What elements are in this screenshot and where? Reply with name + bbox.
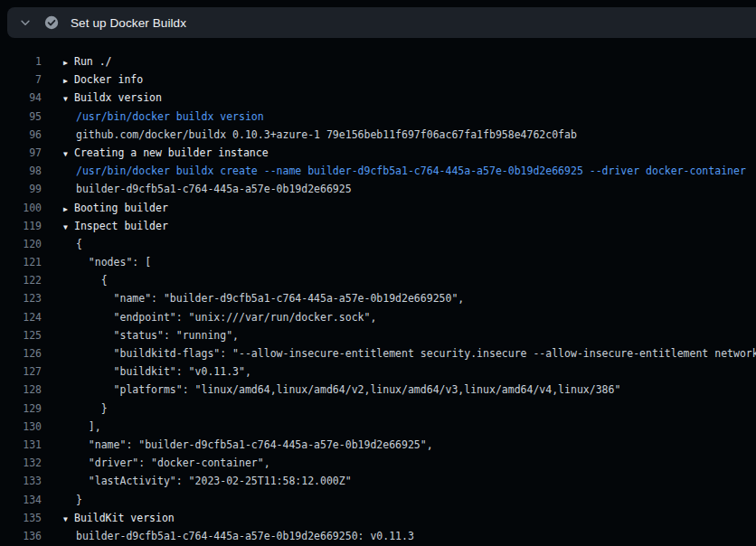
- line-number[interactable]: 100: [0, 199, 42, 217]
- step-title: Set up Docker Buildx: [71, 16, 186, 30]
- chevron-down-icon[interactable]: [19, 16, 32, 29]
- step-header[interactable]: Set up Docker Buildx: [7, 7, 756, 38]
- line-number[interactable]: 134: [0, 491, 42, 509]
- line-number[interactable]: 97: [0, 144, 42, 162]
- log-line: 132 "driver": "docker-container",: [0, 454, 756, 472]
- log-line: 133 "lastActivity": "2023-02-25T11:58:12…: [0, 472, 756, 490]
- group-collapsed-icon[interactable]: ▶: [63, 72, 74, 89]
- line-number[interactable]: 7: [0, 71, 42, 89]
- log-line: 128 "platforms": "linux/amd64,linux/amd6…: [0, 381, 756, 399]
- line-number[interactable]: 98: [0, 162, 42, 180]
- log-line-text: builder-d9cfb5a1-c764-445a-a57e-0b19d2e6…: [76, 180, 352, 198]
- line-number[interactable]: 124: [0, 308, 42, 326]
- log-line: 129 }: [0, 400, 756, 418]
- check-circle-icon: [44, 15, 59, 30]
- line-number[interactable]: 129: [0, 400, 42, 418]
- line-number[interactable]: 127: [0, 362, 42, 381]
- log-line: 122 {: [0, 271, 756, 289]
- log-line-text: {: [76, 271, 108, 289]
- log-line: 96 github.com/docker/buildx 0.10.3+azure…: [0, 126, 756, 144]
- log-line-text: Buildx version: [74, 89, 162, 107]
- log-group-header[interactable]: 1 ▶ Run ./: [0, 52, 756, 71]
- log-group-header[interactable]: 119 ▼ Inspect builder: [0, 217, 756, 235]
- log-line-text: "buildkitd-flags": "--allow-insecure-ent…: [76, 344, 756, 362]
- log-line-text: Inspect builder: [74, 217, 168, 235]
- log-line: 99 builder-d9cfb5a1-c764-445a-a57e-0b19d…: [0, 180, 756, 198]
- line-number[interactable]: 131: [0, 436, 42, 454]
- log-line-text: Docker info: [74, 71, 143, 89]
- group-expanded-icon[interactable]: ▼: [63, 219, 74, 235]
- log-line-text: Run ./: [74, 52, 112, 71]
- log-line: 125 "status": "running",: [0, 326, 756, 344]
- line-number[interactable]: 122: [0, 271, 42, 289]
- group-collapsed-icon[interactable]: ▶: [63, 54, 74, 71]
- log-line-text: "buildkit": "v0.11.3",: [76, 362, 251, 381]
- line-number[interactable]: 128: [0, 381, 42, 399]
- log-line: 130 ],: [0, 418, 756, 436]
- line-number[interactable]: 95: [0, 108, 42, 126]
- log-group-header[interactable]: 135 ▼ BuildKit version: [0, 509, 756, 527]
- line-number[interactable]: 96: [0, 126, 42, 144]
- group-expanded-icon[interactable]: ▼: [63, 511, 74, 527]
- log-line: 120 {: [0, 235, 756, 253]
- actions-log-viewer: Set up Docker Buildx 1 ▶ Run ./ 7 ▶ Dock…: [0, 0, 756, 546]
- line-number[interactable]: 135: [0, 509, 42, 527]
- log-line: 131 "name": "builder-d9cfb5a1-c764-445a-…: [0, 436, 756, 454]
- line-number[interactable]: 120: [0, 235, 42, 253]
- log-line: 126 "buildkitd-flags": "--allow-insecure…: [0, 344, 756, 362]
- line-number[interactable]: 119: [0, 217, 42, 235]
- log-line-text: }: [76, 400, 108, 418]
- log-line-text: ],: [76, 418, 101, 436]
- log-group-header[interactable]: 7 ▶ Docker info: [0, 71, 756, 89]
- group-expanded-icon[interactable]: ▼: [63, 90, 74, 107]
- log-line-text: /usr/bin/docker buildx create --name bui…: [76, 162, 746, 180]
- log-line: 134 }: [0, 491, 756, 509]
- log-line: 95 /usr/bin/docker buildx version: [0, 108, 756, 126]
- line-number[interactable]: 99: [0, 180, 42, 198]
- log-line-text: "endpoint": "unix:///var/run/docker.sock…: [76, 308, 376, 326]
- line-number[interactable]: 125: [0, 326, 42, 344]
- line-number[interactable]: 121: [0, 253, 42, 271]
- group-expanded-icon[interactable]: ▼: [63, 146, 74, 162]
- log-line-text: "lastActivity": "2023-02-25T11:58:12.000…: [76, 472, 352, 490]
- log-line-text: Creating a new builder instance: [74, 144, 269, 162]
- group-collapsed-icon[interactable]: ▶: [63, 201, 74, 217]
- log-line-text: /usr/bin/docker buildx version: [76, 108, 264, 126]
- log-line: 127 "buildkit": "v0.11.3",: [0, 362, 756, 381]
- log-line-text: {: [76, 235, 82, 253]
- log-line-text: builder-d9cfb5a1-c764-445a-a57e-0b19d2e6…: [76, 527, 414, 545]
- log-group-header[interactable]: 94 ▼ Buildx version: [0, 89, 756, 107]
- log-line-text: "driver": "docker-container",: [76, 454, 270, 472]
- log-line-text: }: [76, 491, 82, 509]
- log-line-text: Booting builder: [74, 199, 168, 217]
- line-number[interactable]: 1: [0, 52, 42, 71]
- line-number[interactable]: 94: [0, 89, 42, 107]
- log-line-text: "platforms": "linux/amd64,linux/amd64/v2…: [76, 381, 620, 399]
- line-number[interactable]: 126: [0, 344, 42, 362]
- line-number[interactable]: 136: [0, 527, 42, 545]
- line-number[interactable]: 132: [0, 454, 42, 472]
- log-line-text: "name": "builder-d9cfb5a1-c764-445a-a57e…: [76, 289, 464, 307]
- log-line-text: "name": "builder-d9cfb5a1-c764-445a-a57e…: [76, 436, 433, 454]
- log-line-text: BuildKit version: [74, 509, 175, 527]
- line-number[interactable]: 133: [0, 472, 42, 490]
- log-line: 98 /usr/bin/docker buildx create --name …: [0, 162, 756, 180]
- log-line: 121 "nodes": [: [0, 253, 756, 271]
- log-group-header[interactable]: 97 ▼ Creating a new builder instance: [0, 144, 756, 162]
- line-number[interactable]: 123: [0, 289, 42, 307]
- log-line: 124 "endpoint": "unix:///var/run/docker.…: [0, 308, 756, 326]
- log-line-text: github.com/docker/buildx 0.10.3+azure-1 …: [76, 126, 577, 144]
- log-line-text: "nodes": [: [76, 253, 151, 271]
- log-line: 136 builder-d9cfb5a1-c764-445a-a57e-0b19…: [0, 527, 756, 545]
- log-area: 1 ▶ Run ./ 7 ▶ Docker info 94 ▼ Buildx v…: [0, 43, 756, 546]
- log-line-text: "status": "running",: [76, 326, 239, 344]
- log-group-header[interactable]: 100 ▶ Booting builder: [0, 199, 756, 217]
- log-line: 123 "name": "builder-d9cfb5a1-c764-445a-…: [0, 289, 756, 307]
- line-number[interactable]: 130: [0, 418, 42, 436]
